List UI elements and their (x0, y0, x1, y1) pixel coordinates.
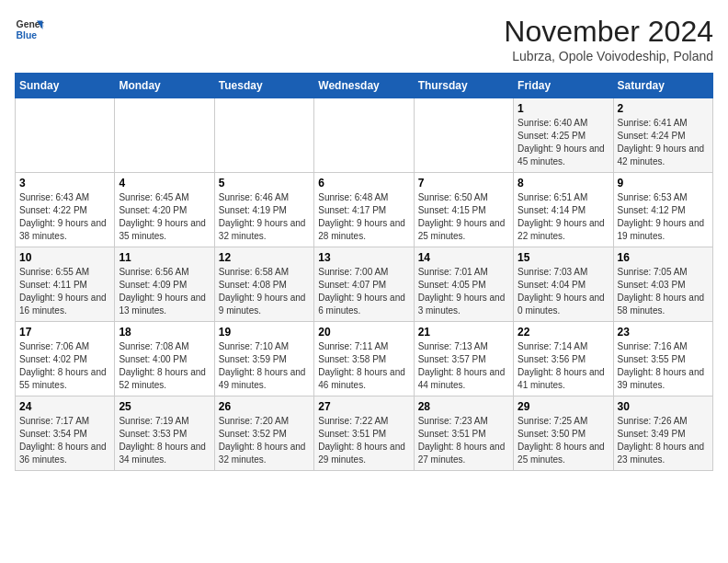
calendar-cell: 5Sunrise: 6:46 AM Sunset: 4:19 PM Daylig… (214, 173, 313, 247)
calendar-table: Sunday Monday Tuesday Wednesday Thursday… (15, 73, 713, 471)
calendar-cell: 17Sunrise: 7:06 AM Sunset: 4:02 PM Dayli… (16, 322, 115, 396)
calendar-cell: 29Sunrise: 7:25 AM Sunset: 3:50 PM Dayli… (514, 396, 613, 471)
header: General Blue November 2024 Lubrza, Opole… (15, 15, 713, 63)
calendar-cell: 15Sunrise: 7:03 AM Sunset: 4:04 PM Dayli… (514, 247, 613, 322)
day-number: 26 (219, 400, 310, 413)
day-info: Sunrise: 6:43 AM Sunset: 4:22 PM Dayligh… (19, 191, 110, 243)
day-info: Sunrise: 7:05 AM Sunset: 4:03 PM Dayligh… (618, 266, 709, 317)
day-number: 19 (219, 326, 310, 339)
day-number: 5 (219, 177, 310, 190)
day-info: Sunrise: 6:51 AM Sunset: 4:14 PM Dayligh… (518, 191, 609, 243)
calendar-cell: 28Sunrise: 7:23 AM Sunset: 3:51 PM Dayli… (414, 396, 513, 471)
day-info: Sunrise: 6:41 AM Sunset: 4:24 PM Dayligh… (618, 117, 709, 168)
day-number: 9 (618, 177, 709, 190)
svg-text:Blue: Blue (17, 30, 38, 40)
day-info: Sunrise: 7:01 AM Sunset: 4:05 PM Dayligh… (418, 266, 509, 317)
title-area: November 2024 Lubrza, Opole Voivodeship,… (504, 15, 713, 63)
calendar-cell: 22Sunrise: 7:14 AM Sunset: 3:56 PM Dayli… (514, 322, 613, 396)
day-info: Sunrise: 7:14 AM Sunset: 3:56 PM Dayligh… (518, 340, 609, 392)
calendar-cell: 11Sunrise: 6:56 AM Sunset: 4:09 PM Dayli… (115, 247, 214, 322)
logo: General Blue (15, 15, 44, 44)
calendar-cell: 14Sunrise: 7:01 AM Sunset: 4:05 PM Dayli… (414, 247, 513, 322)
calendar-cell: 18Sunrise: 7:08 AM Sunset: 4:00 PM Dayli… (115, 322, 214, 396)
calendar-cell: 3Sunrise: 6:43 AM Sunset: 4:22 PM Daylig… (16, 173, 115, 247)
location-subtitle: Lubrza, Opole Voivodeship, Poland (504, 49, 713, 63)
day-number: 15 (518, 251, 609, 264)
day-number: 24 (19, 400, 110, 413)
calendar-week-row-1: 1Sunrise: 6:40 AM Sunset: 4:25 PM Daylig… (16, 98, 713, 173)
header-wednesday: Wednesday (314, 74, 414, 98)
day-info: Sunrise: 6:56 AM Sunset: 4:09 PM Dayligh… (119, 266, 210, 317)
day-number: 30 (618, 400, 709, 413)
day-info: Sunrise: 7:26 AM Sunset: 3:49 PM Dayligh… (618, 415, 709, 466)
day-number: 7 (418, 177, 509, 190)
header-tuesday: Tuesday (214, 74, 313, 98)
day-number: 1 (518, 102, 609, 115)
day-number: 27 (318, 400, 409, 413)
calendar-week-row-2: 3Sunrise: 6:43 AM Sunset: 4:22 PM Daylig… (16, 173, 713, 247)
header-friday: Friday (514, 74, 613, 98)
day-info: Sunrise: 6:45 AM Sunset: 4:20 PM Dayligh… (119, 191, 210, 243)
day-info: Sunrise: 7:11 AM Sunset: 3:58 PM Dayligh… (318, 340, 409, 392)
calendar-week-row-5: 24Sunrise: 7:17 AM Sunset: 3:54 PM Dayli… (16, 396, 713, 471)
day-info: Sunrise: 6:40 AM Sunset: 4:25 PM Dayligh… (518, 117, 609, 168)
weekday-header-row: Sunday Monday Tuesday Wednesday Thursday… (16, 74, 713, 98)
day-number: 6 (318, 177, 409, 190)
calendar-cell: 16Sunrise: 7:05 AM Sunset: 4:03 PM Dayli… (613, 247, 712, 322)
logo-icon: General Blue (15, 15, 44, 44)
calendar-cell: 6Sunrise: 6:48 AM Sunset: 4:17 PM Daylig… (314, 173, 414, 247)
day-info: Sunrise: 7:16 AM Sunset: 3:55 PM Dayligh… (618, 340, 709, 392)
day-number: 4 (119, 177, 210, 190)
day-number: 8 (518, 177, 609, 190)
day-info: Sunrise: 7:10 AM Sunset: 3:59 PM Dayligh… (219, 340, 310, 392)
day-info: Sunrise: 6:55 AM Sunset: 4:11 PM Dayligh… (19, 266, 110, 317)
calendar-cell: 25Sunrise: 7:19 AM Sunset: 3:53 PM Dayli… (115, 396, 214, 471)
calendar-cell: 20Sunrise: 7:11 AM Sunset: 3:58 PM Dayli… (314, 322, 414, 396)
calendar-cell: 24Sunrise: 7:17 AM Sunset: 3:54 PM Dayli… (16, 396, 115, 471)
calendar-cell: 21Sunrise: 7:13 AM Sunset: 3:57 PM Dayli… (414, 322, 513, 396)
calendar-week-row-4: 17Sunrise: 7:06 AM Sunset: 4:02 PM Dayli… (16, 322, 713, 396)
day-info: Sunrise: 7:17 AM Sunset: 3:54 PM Dayligh… (19, 415, 110, 466)
day-number: 21 (418, 326, 509, 339)
day-info: Sunrise: 6:53 AM Sunset: 4:12 PM Dayligh… (618, 191, 709, 243)
day-number: 10 (19, 251, 110, 264)
day-number: 2 (618, 102, 709, 115)
calendar-cell: 4Sunrise: 6:45 AM Sunset: 4:20 PM Daylig… (115, 173, 214, 247)
calendar-cell: 12Sunrise: 6:58 AM Sunset: 4:08 PM Dayli… (214, 247, 313, 322)
day-info: Sunrise: 6:46 AM Sunset: 4:19 PM Dayligh… (219, 191, 310, 243)
calendar-cell: 13Sunrise: 7:00 AM Sunset: 4:07 PM Dayli… (314, 247, 414, 322)
day-info: Sunrise: 7:00 AM Sunset: 4:07 PM Dayligh… (318, 266, 409, 317)
day-number: 17 (19, 326, 110, 339)
day-info: Sunrise: 6:50 AM Sunset: 4:15 PM Dayligh… (418, 191, 509, 243)
calendar-cell: 27Sunrise: 7:22 AM Sunset: 3:51 PM Dayli… (314, 396, 414, 471)
calendar-cell (314, 98, 414, 173)
day-info: Sunrise: 6:48 AM Sunset: 4:17 PM Dayligh… (318, 191, 409, 243)
day-info: Sunrise: 7:13 AM Sunset: 3:57 PM Dayligh… (418, 340, 509, 392)
calendar-cell: 19Sunrise: 7:10 AM Sunset: 3:59 PM Dayli… (214, 322, 313, 396)
day-number: 18 (119, 326, 210, 339)
calendar-cell: 1Sunrise: 6:40 AM Sunset: 4:25 PM Daylig… (514, 98, 613, 173)
day-number: 12 (219, 251, 310, 264)
day-number: 29 (518, 400, 609, 413)
day-info: Sunrise: 7:20 AM Sunset: 3:52 PM Dayligh… (219, 415, 310, 466)
day-info: Sunrise: 6:58 AM Sunset: 4:08 PM Dayligh… (219, 266, 310, 317)
day-number: 23 (618, 326, 709, 339)
day-number: 14 (418, 251, 509, 264)
month-title: November 2024 (504, 15, 713, 49)
calendar-cell: 7Sunrise: 6:50 AM Sunset: 4:15 PM Daylig… (414, 173, 513, 247)
day-number: 28 (418, 400, 509, 413)
day-info: Sunrise: 7:23 AM Sunset: 3:51 PM Dayligh… (418, 415, 509, 466)
calendar-cell: 10Sunrise: 6:55 AM Sunset: 4:11 PM Dayli… (16, 247, 115, 322)
day-info: Sunrise: 7:03 AM Sunset: 4:04 PM Dayligh… (518, 266, 609, 317)
day-number: 25 (119, 400, 210, 413)
calendar-cell: 9Sunrise: 6:53 AM Sunset: 4:12 PM Daylig… (613, 173, 712, 247)
day-info: Sunrise: 7:19 AM Sunset: 3:53 PM Dayligh… (119, 415, 210, 466)
day-number: 16 (618, 251, 709, 264)
day-info: Sunrise: 7:25 AM Sunset: 3:50 PM Dayligh… (518, 415, 609, 466)
day-info: Sunrise: 7:08 AM Sunset: 4:00 PM Dayligh… (119, 340, 210, 392)
calendar-cell: 2Sunrise: 6:41 AM Sunset: 4:24 PM Daylig… (613, 98, 712, 173)
day-number: 22 (518, 326, 609, 339)
header-monday: Monday (115, 74, 214, 98)
header-thursday: Thursday (414, 74, 513, 98)
calendar-cell (115, 98, 214, 173)
